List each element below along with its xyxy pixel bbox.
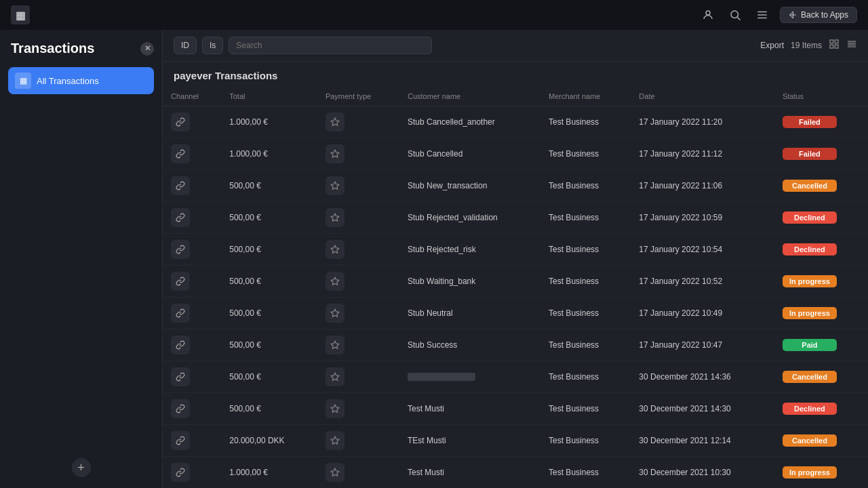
cell-merchant-name: Test Business [540,425,631,457]
channel-icon [171,304,190,323]
cell-date: 17 January 2022 10:49 [631,298,774,329]
col-date: Date [631,87,774,106]
redacted-customer [408,373,475,381]
status-badge: Declined [783,243,837,256]
back-to-apps-button[interactable]: Back to Apps [780,7,857,23]
export-button[interactable]: Export [760,41,784,50]
sidebar-bottom: + [8,458,154,477]
list-view-icon[interactable] [846,39,857,52]
cell-status: Failed [774,138,868,170]
cell-total: 500,00 € [221,298,317,329]
table-row[interactable]: 500,00 € Test MustiTest Business30 Decem… [163,393,868,425]
navbar-left: ▦ [11,5,30,24]
svg-marker-19 [331,214,339,221]
cell-date: 17 January 2022 11:12 [631,138,774,170]
cell-customer-name: Stub Neutral [399,298,540,329]
cell-channel [163,425,221,457]
navbar: ▦ Back to Apps [0,0,868,30]
cell-payment-type [317,138,399,170]
account-icon[interactable] [698,5,717,24]
svg-marker-23 [331,341,339,348]
cell-total: 500,00 € [221,170,317,202]
table-row[interactable]: 500,00 € Stub SuccessTest Business17 Jan… [163,329,868,361]
table-header-row: Channel Total Payment type Customer name… [163,87,868,106]
channel-icon [171,113,190,131]
cell-total: 20.000,00 DKK [221,425,317,457]
col-payment-type: Payment type [317,87,399,106]
cell-channel [163,298,221,329]
sidebar-item-all-transactions[interactable]: ▦ All Transactions [8,67,154,94]
cell-channel [163,138,221,170]
cell-channel [163,234,221,266]
channel-icon [171,144,190,163]
table-row[interactable]: 500,00 € Stub Waiting_bankTest Business1… [163,266,868,298]
table-row[interactable]: 500,00 € Stub Rejected_riskTest Business… [163,234,868,266]
table-row[interactable]: 500,00 € Stub Rejected_validationTest Bu… [163,202,868,234]
search-icon[interactable] [726,5,745,24]
cell-total: 1.000,00 € [221,457,317,489]
status-badge: Paid [783,339,837,351]
all-transactions-icon: ▦ [15,73,31,89]
menu-icon[interactable] [753,5,772,24]
cell-date: 17 January 2022 10:54 [631,234,774,266]
cell-channel [163,457,221,489]
table-row[interactable]: 500,00 € Stub NeutralTest Business17 Jan… [163,298,868,329]
cell-customer-name: Stub Cancelled_another [399,106,540,138]
status-badge: Declined [783,403,837,415]
table-row[interactable]: 500,00 € Stub New_transactionTest Busine… [163,170,868,202]
cell-total: 500,00 € [221,202,317,234]
payment-type-icon [326,272,344,291]
filter-is[interactable]: Is [202,37,223,54]
cell-status: Cancelled [774,361,868,393]
svg-marker-26 [331,436,339,444]
channel-icon [171,176,190,195]
sidebar: Transactions ✕ ▦ All Transactions + [0,30,163,488]
cell-customer-name: Stub Rejected_risk [399,234,540,266]
cell-customer-name: TEst Musti [399,425,540,457]
cell-channel [163,361,221,393]
search-input[interactable] [229,37,432,54]
items-count: 19 Items [791,41,822,50]
cell-customer-name: Stub Rejected_validation [399,202,540,234]
status-badge: Failed [783,116,837,128]
svg-marker-21 [331,277,339,285]
cell-status: Declined [774,202,868,234]
payment-type-icon [326,176,344,195]
logo-icon: ▦ [16,9,26,22]
payment-type-icon [326,144,344,163]
svg-marker-17 [331,150,339,157]
col-status: Status [774,87,868,106]
payment-type-icon [326,240,344,259]
cell-total: 1.000,00 € [221,106,317,138]
cell-date: 17 January 2022 10:59 [631,202,774,234]
channel-icon [171,431,190,450]
payment-type-icon [326,113,344,131]
svg-rect-8 [830,40,833,43]
table-row[interactable]: 1.000,00 € Test MustiTest Business30 Dec… [163,457,868,489]
sidebar-close-button[interactable]: ✕ [140,42,154,56]
cell-merchant-name: Test Business [540,298,631,329]
table-row[interactable]: 20.000,00 DKK TEst MustiTest Business30 … [163,425,868,457]
cell-status: Declined [774,393,868,425]
cell-total: 500,00 € [221,329,317,361]
navbar-right: Back to Apps [698,5,857,24]
table-row[interactable]: 500,00 € Test Business30 December 2021 1… [163,361,868,393]
cell-customer-name: Stub New_transaction [399,170,540,202]
cell-payment-type [317,425,399,457]
svg-rect-11 [835,45,838,48]
payment-type-icon [326,399,344,418]
grid-view-icon[interactable] [829,39,840,52]
filter-id[interactable]: ID [174,37,197,54]
cell-payment-type [317,393,399,425]
svg-marker-16 [331,118,339,125]
channel-icon [171,240,190,259]
table-row[interactable]: 1.000,00 € Stub Cancelled_anotherTest Bu… [163,106,868,138]
cell-customer-name: Stub Cancelled [399,138,540,170]
app-logo[interactable]: ▦ [11,5,30,24]
add-button[interactable]: + [72,458,91,477]
cell-payment-type [317,361,399,393]
svg-rect-9 [835,40,838,43]
table-row[interactable]: 1.000,00 € Stub CancelledTest Business17… [163,138,868,170]
sidebar-item-label: All Transactions [37,76,99,86]
cell-merchant-name: Test Business [540,329,631,361]
